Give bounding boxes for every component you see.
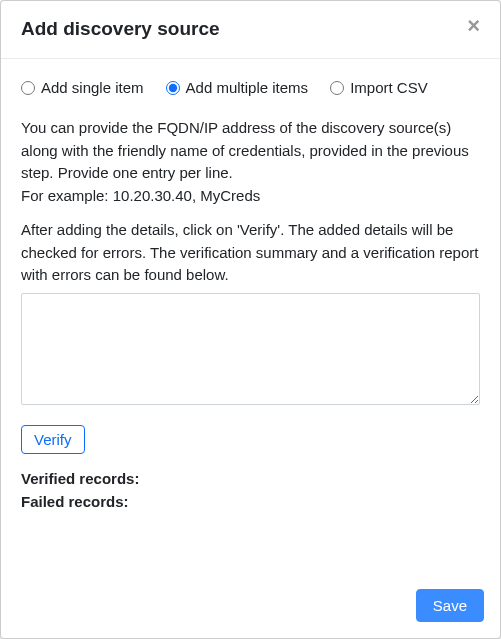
verified-records-label: Verified records:	[21, 468, 480, 491]
radio-add-multiple-items[interactable]: Add multiple items	[166, 77, 309, 100]
close-icon[interactable]: ×	[463, 15, 484, 37]
mode-radio-group: Add single item Add multiple items Impor…	[21, 77, 480, 100]
modal-body: Add single item Add multiple items Impor…	[1, 59, 500, 578]
instructions-block-1: You can provide the FQDN/IP address of t…	[21, 117, 480, 207]
radio-import-csv[interactable]: Import CSV	[330, 77, 428, 100]
modal-title: Add discovery source	[21, 15, 220, 44]
failed-records-label: Failed records:	[21, 491, 480, 514]
instructions-block-2: After adding the details, click on 'Veri…	[21, 219, 480, 287]
radio-label-import: Import CSV	[350, 77, 428, 100]
instructions-para1: You can provide the FQDN/IP address of t…	[21, 117, 480, 185]
radio-input-single[interactable]	[21, 81, 35, 95]
radio-label-single: Add single item	[41, 77, 144, 100]
add-discovery-source-modal: Add discovery source × Add single item A…	[0, 0, 501, 639]
entries-textarea[interactable]	[21, 293, 480, 405]
radio-input-import-csv[interactable]	[330, 81, 344, 95]
radio-add-single-item[interactable]: Add single item	[21, 77, 144, 100]
modal-header: Add discovery source ×	[1, 1, 500, 59]
save-button[interactable]: Save	[416, 589, 484, 622]
radio-label-multiple: Add multiple items	[186, 77, 309, 100]
radio-input-multiple[interactable]	[166, 81, 180, 95]
modal-footer: Save	[1, 577, 500, 638]
instructions-para2: After adding the details, click on 'Veri…	[21, 219, 480, 287]
verify-button[interactable]: Verify	[21, 425, 85, 454]
instructions-example: For example: 10.20.30.40, MyCreds	[21, 185, 480, 208]
